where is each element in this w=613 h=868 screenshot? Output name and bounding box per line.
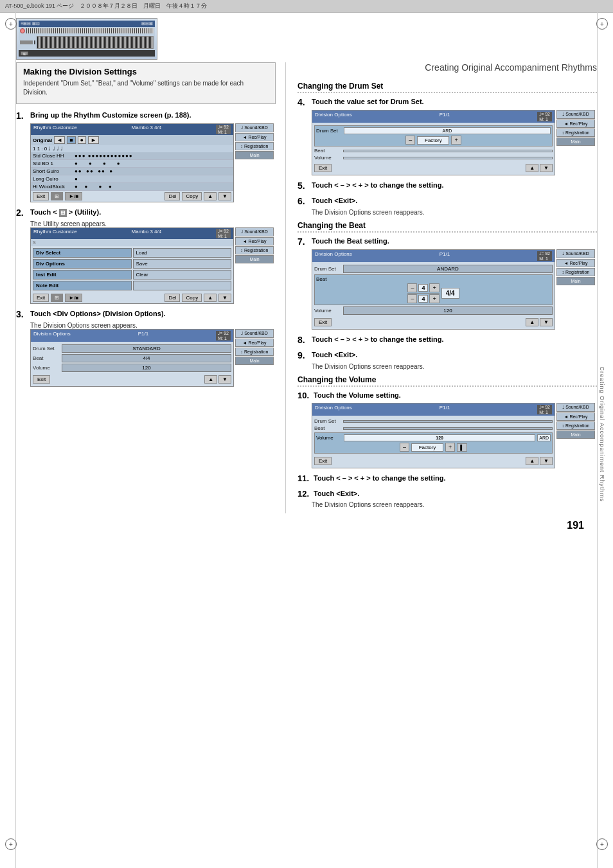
play-stop-btn[interactable]: ►/■: [65, 192, 82, 200]
up-btn-10[interactable]: ▲: [526, 457, 538, 465]
section-description: Independent "Drum Set," "Beat," and "Vol…: [23, 79, 269, 97]
dn-btn-4[interactable]: ▼: [540, 164, 553, 172]
exit-btn-7[interactable]: Exit: [314, 318, 332, 326]
volume-value-4[interactable]: [343, 157, 553, 159]
dn-btn-div[interactable]: ▼: [218, 375, 231, 384]
beat-label: Beat: [33, 355, 62, 361]
del-btn-1[interactable]: Del: [164, 192, 180, 200]
beat-plus-bot[interactable]: +: [429, 294, 439, 303]
up-btn-7[interactable]: ▲: [526, 318, 538, 326]
exit-btn-div[interactable]: Exit: [33, 375, 50, 384]
drum-row-5: Hi WoodBlock ● ● ● ●: [31, 183, 233, 191]
drum-set-ctrl-area: Drum Set ARD – Factory +: [314, 125, 553, 146]
beat-value[interactable]: 4/4: [62, 354, 231, 362]
sidebar-sound[interactable]: ♩ Sound/KBD: [235, 123, 274, 132]
step-2-text: Touch < ⊞ > (Utility).: [30, 208, 101, 217]
volume-value[interactable]: 120: [62, 364, 231, 372]
sidebar-rec-3[interactable]: ◄ Rec/Play: [235, 339, 274, 347]
utility-icon[interactable]: ⊞: [51, 192, 63, 200]
beat-value-4[interactable]: [343, 150, 553, 152]
corner-tr: +: [596, 18, 608, 30]
del-btn-2[interactable]: Del: [164, 294, 180, 302]
up-btn-4[interactable]: ▲: [526, 164, 538, 172]
step-3-num: 3.: [16, 309, 30, 319]
beat-plus-top[interactable]: +: [429, 283, 439, 292]
beat-minus-bot[interactable]: –: [407, 294, 417, 303]
play-stop-btn-2[interactable]: ►/■: [65, 294, 82, 302]
exit-btn-util[interactable]: Exit: [33, 294, 49, 302]
drum-row-1: Std Close HH ●●● ●●●●●●●●●●●●: [31, 152, 233, 160]
exit-btn-4[interactable]: Exit: [314, 164, 332, 172]
main-area: ≡⊞⊟ ⊠⊡⊞⊟⊠ ⊞: [16, 18, 597, 531]
sidebar-main[interactable]: Main: [235, 151, 274, 159]
stop-btn[interactable]: ■: [67, 136, 75, 144]
note-edit-btn[interactable]: Note Edit: [33, 281, 132, 290]
prev-btn[interactable]: ◄: [54, 136, 65, 144]
drum-plus-btn[interactable]: +: [451, 136, 461, 145]
save-btn[interactable]: Save: [133, 259, 232, 269]
step-3-text: Touch <Div Options> (Division Options).: [30, 309, 166, 319]
beat-minus-top[interactable]: –: [407, 283, 417, 292]
exit-btn-1[interactable]: Exit: [33, 192, 49, 200]
corner-tl: +: [5, 18, 17, 30]
sidebar-main-2[interactable]: Main: [235, 255, 274, 263]
right-column: Creating Original Accompaniment Rhythms …: [286, 62, 597, 513]
sidebar-sound-3[interactable]: ♩ Sound/KBD: [235, 329, 274, 338]
volume-heading-text: Changing the Volume: [298, 375, 376, 384]
sidebar-7: ♩ Sound/KBD ◄ Rec/Play ↕ Registration Ma…: [556, 249, 595, 286]
vol-minus-btn[interactable]: –: [400, 443, 409, 452]
utility-icon-2[interactable]: ⊞: [51, 294, 63, 302]
step-8: 8. Touch < – > < + > to change the setti…: [298, 335, 597, 345]
sidebar-main-3[interactable]: Main: [235, 357, 274, 365]
div-options-btn[interactable]: Div Options: [33, 259, 132, 269]
sidebar-sound-2[interactable]: ♩ Sound/KBD: [235, 227, 274, 236]
div-select-btn[interactable]: Div Select: [33, 248, 132, 258]
sidebar-3: ♩ Sound/KBD ◄ Rec/Play ↕ Registration Ma…: [235, 329, 274, 366]
up-btn-2[interactable]: ▲: [204, 294, 217, 302]
inst-edit-btn[interactable]: Inst Edit: [33, 270, 132, 279]
beat-bot: 4: [418, 295, 428, 303]
drum-set-label-10: Drum Set: [314, 418, 343, 424]
beat-value-10[interactable]: [343, 427, 553, 430]
step-9-sub: The Division Options screen reappears.: [312, 363, 597, 370]
volume-label: Volume: [33, 365, 62, 371]
step-3-sub: The Division Options screen appears.: [30, 322, 276, 329]
up-btn-div[interactable]: ▲: [204, 375, 217, 384]
drum-row-4: Long Guiro ●: [31, 175, 233, 183]
vol-slider-indicator: ▌: [457, 443, 467, 452]
vol-plus-btn[interactable]: +: [445, 443, 455, 452]
copy-btn-2[interactable]: Copy: [182, 294, 202, 302]
step-5-num: 5.: [298, 181, 312, 191]
step-11-num: 11.: [298, 474, 314, 483]
division-options-screen: Division Options P1/1 ♩= 92M: 1 Drum Set…: [30, 329, 234, 387]
dn-btn-1[interactable]: ▼: [218, 192, 231, 200]
step-7-text: Touch the Beat setting.: [312, 236, 389, 246]
copy-btn-1[interactable]: Copy: [182, 192, 202, 200]
drum-set-value-10[interactable]: [343, 420, 553, 423]
up-btn-1[interactable]: ▲: [204, 192, 217, 200]
sidebar-rec[interactable]: ◄ Rec/Play: [235, 133, 274, 141]
dn-btn-2[interactable]: ▼: [218, 294, 231, 302]
sidebar-rec-2[interactable]: ◄ Rec/Play: [235, 237, 274, 245]
step-4-text: Touch the value set for Drum Set.: [312, 97, 424, 107]
sidebar-reg-2[interactable]: ↕ Registration: [235, 246, 274, 254]
dn-btn-10[interactable]: ▼: [540, 457, 553, 465]
drum-set-ctrl-label: Drum Set: [316, 128, 342, 134]
drum-set-screen: Division Options P1/1 ♩= 92M: 1 Drum Set…: [312, 110, 555, 175]
sidebar-reg-3[interactable]: ↕ Registration: [235, 348, 274, 356]
drum-minus-btn[interactable]: –: [405, 136, 415, 145]
clear-btn[interactable]: Clear: [133, 270, 232, 279]
vol-ard-label: ARD: [537, 434, 551, 441]
dn-btn-7[interactable]: ▼: [540, 318, 553, 326]
bpm-display: ♩= 92M: 1: [216, 125, 231, 134]
drum-set-value[interactable]: STANDARD: [62, 344, 231, 353]
exit-btn-10[interactable]: Exit: [314, 457, 332, 465]
sidebar-reg[interactable]: ↕ Registration: [235, 142, 274, 150]
volume-value-7[interactable]: 120: [343, 306, 553, 315]
load-btn[interactable]: Load: [133, 248, 232, 258]
rec-btn[interactable]: ●: [78, 136, 86, 144]
play-btn[interactable]: ►: [88, 136, 99, 144]
drum-set-value-7[interactable]: ANDARD: [343, 265, 553, 273]
step-1-num: 1.: [16, 111, 30, 121]
step-8-text: Touch < – > < + > to change the setting.: [312, 335, 443, 344]
